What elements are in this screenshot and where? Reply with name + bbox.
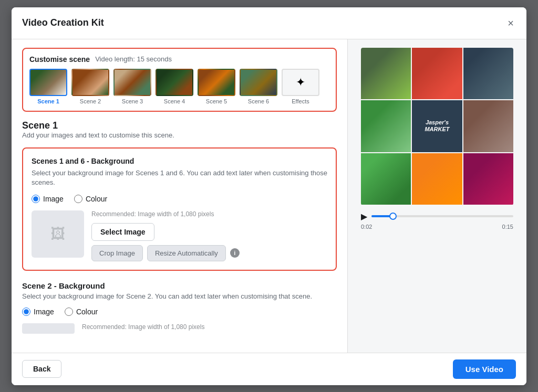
preview-grid: Jasper's MARKET [361, 48, 513, 205]
preview-logo: Jasper's MARKET [425, 119, 449, 133]
close-button[interactable]: × [505, 16, 516, 30]
preview-cell-logo: Jasper's MARKET [412, 100, 462, 152]
modal-body: Customise scene Video length: 15 seconds… [12, 39, 526, 353]
scene2-radio-colour-text: Colour [76, 308, 98, 316]
image-controls: Recommended: Image width of 1,080 pixels… [91, 210, 327, 261]
resize-automatically-button[interactable]: Resize Automatically [147, 245, 226, 261]
scene-item-4[interactable]: Scene 4 [156, 69, 193, 104]
scene-item-6[interactable]: Scene 6 [240, 69, 277, 104]
video-length: Video length: 15 seconds [95, 55, 172, 63]
scene-thumb-6 [240, 69, 277, 96]
right-panel: Jasper's MARKET ▶ [348, 39, 526, 353]
back-button[interactable]: Back [22, 360, 61, 378]
preview-cell-3 [463, 48, 513, 100]
scene-thumb-2 [71, 69, 109, 96]
radio-colour[interactable] [74, 195, 82, 203]
effects-label: Effects [292, 98, 309, 104]
effects-item[interactable]: ✦ Effects [282, 69, 319, 104]
scene2-radio-image[interactable] [22, 308, 30, 316]
modal: Video Creation Kit × Customise scene Vid… [12, 7, 526, 385]
radio-image[interactable] [32, 195, 40, 203]
scene-label-3: Scene 3 [122, 98, 143, 104]
scene-item-1[interactable]: Scene 1 [29, 69, 67, 104]
media-controls: ▶ [361, 211, 513, 221]
scene-item-2[interactable]: Scene 2 [71, 69, 109, 104]
effects-thumb: ✦ [282, 69, 319, 96]
scenes-row: Scene 1 Scene 2 Scene 3 [29, 69, 329, 104]
time-current: 0:02 [361, 224, 372, 230]
image-placeholder-icon: 🖼 [50, 225, 65, 242]
scene2-radio-colour-label[interactable]: Colour [65, 308, 98, 316]
radio-colour-label[interactable]: Colour [74, 195, 107, 203]
scene2-radio-image-label[interactable]: Image [22, 308, 54, 316]
customise-scene-section: Customise scene Video length: 15 seconds… [22, 48, 337, 112]
preview-cell-7 [412, 153, 462, 205]
modal-overlay: Video Creation Kit × Customise scene Vid… [0, 0, 538, 392]
scene-label-1: Scene 1 [37, 98, 59, 104]
radio-group: Image Colour [32, 195, 327, 203]
select-image-button[interactable]: Select Image [91, 223, 154, 241]
scene2-title: Scene 2 - Background [22, 281, 337, 290]
scene1-subtitle: Add your images and text to customise th… [22, 131, 337, 139]
scene-thumb-1 [29, 69, 67, 96]
radio-image-text: Image [43, 195, 64, 203]
scene1-heading: Scene 1 Add your images and text to cust… [22, 120, 337, 139]
scene2-recommendation: Recommended: Image width of 1,080 pixels [82, 323, 204, 331]
modal-title: Video Creation Kit [22, 17, 104, 28]
scene2-section: Scene 2 - Background Select your backgro… [22, 281, 337, 334]
crop-image-button[interactable]: Crop Image [91, 245, 143, 261]
preview-cell-6 [361, 153, 411, 205]
bg-title: Scenes 1 and 6 - Background [32, 157, 327, 165]
preview-cell-1 [361, 48, 411, 100]
background-section: Scenes 1 and 6 - Background Select your … [22, 147, 337, 271]
time-total: 0:15 [502, 224, 513, 230]
scene1-title: Scene 1 [22, 120, 337, 131]
scene-label-6: Scene 6 [248, 98, 269, 104]
play-button[interactable]: ▶ [361, 211, 367, 221]
preview-cell-4 [361, 100, 411, 152]
customise-label: Customise scene [29, 55, 90, 63]
scene-thumb-5 [198, 69, 235, 96]
image-upload-row: 🖼 Recommended: Image width of 1,080 pixe… [32, 210, 327, 261]
scene-label-4: Scene 4 [164, 98, 185, 104]
time-labels: 0:02 0:15 [361, 224, 513, 230]
info-icon[interactable]: i [230, 248, 240, 258]
left-panel: Customise scene Video length: 15 seconds… [12, 39, 348, 353]
progress-thumb [389, 213, 397, 220]
modal-header: Video Creation Kit × [12, 7, 526, 39]
scene-label-2: Scene 2 [80, 98, 101, 104]
recommendation-text: Recommended: Image width of 1,080 pixels [91, 210, 327, 218]
radio-image-label[interactable]: Image [32, 195, 64, 203]
scene-label-5: Scene 5 [206, 98, 227, 104]
use-video-button[interactable]: Use Video [453, 359, 516, 379]
bg-desc: Select your background image for Scenes … [32, 168, 327, 187]
customise-header: Customise scene Video length: 15 seconds [29, 55, 329, 63]
scene2-radio-colour[interactable] [65, 308, 73, 316]
scene2-image-placeholder [22, 323, 75, 334]
modal-footer: Back Use Video [12, 353, 526, 385]
preview-cell-8 [463, 153, 513, 205]
preview-cell-2 [412, 48, 462, 100]
scene2-desc: Select your background image for Scene 2… [22, 292, 337, 300]
scene-item-5[interactable]: Scene 5 [198, 69, 235, 104]
scene-thumb-3 [113, 69, 151, 96]
progress-bar[interactable] [371, 215, 513, 217]
scene2-upload-row: Recommended: Image width of 1,080 pixels [22, 323, 337, 334]
crop-row: Crop Image Resize Automatically i [91, 245, 327, 261]
scene2-radio-image-text: Image [34, 308, 54, 316]
radio-colour-text: Colour [86, 195, 107, 203]
preview-cell-5 [463, 100, 513, 152]
scene-thumb-4 [156, 69, 193, 96]
effects-icon: ✦ [296, 76, 305, 89]
scene2-radio-group: Image Colour [22, 308, 337, 316]
scene-item-3[interactable]: Scene 3 [113, 69, 151, 104]
image-placeholder: 🖼 [32, 210, 84, 258]
